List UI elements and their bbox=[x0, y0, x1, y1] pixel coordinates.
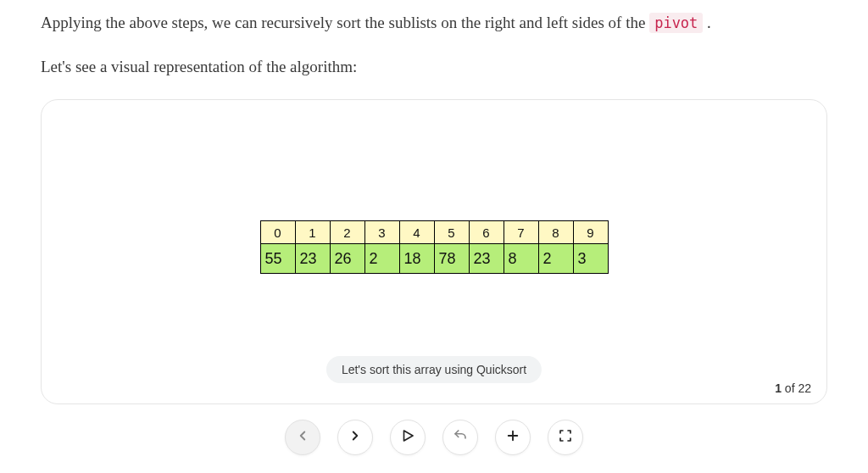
undo-icon bbox=[453, 428, 468, 446]
svg-marker-0 bbox=[404, 431, 414, 441]
page-indicator: 1 of 22 bbox=[775, 381, 811, 395]
page-of-label: of bbox=[782, 381, 798, 395]
array-table: 0 1 2 3 4 5 6 7 8 9 55 23 26 2 18 78 23 … bbox=[260, 220, 609, 274]
value-cell: 2 bbox=[538, 243, 574, 274]
chevron-left-icon bbox=[295, 428, 310, 446]
paragraph-text-pre: Applying the above steps, we can recursi… bbox=[41, 14, 649, 31]
chevron-right-icon bbox=[348, 428, 363, 446]
page-current: 1 bbox=[775, 381, 782, 395]
zoom-button[interactable] bbox=[495, 420, 531, 455]
plus-icon bbox=[505, 428, 520, 446]
paragraph-text-post: . bbox=[707, 14, 711, 31]
visualization-caption: Let's sort this array using Quicksort bbox=[326, 356, 542, 383]
value-cell: 78 bbox=[434, 243, 470, 274]
index-cell: 7 bbox=[504, 220, 539, 244]
value-cell: 55 bbox=[260, 243, 296, 274]
play-icon bbox=[400, 428, 415, 446]
fullscreen-button[interactable] bbox=[548, 420, 583, 455]
value-cell: 23 bbox=[469, 243, 504, 274]
index-cell: 4 bbox=[399, 220, 435, 244]
play-button[interactable] bbox=[390, 420, 426, 455]
index-cell: 5 bbox=[434, 220, 470, 244]
paragraph-recursive: Applying the above steps, we can recursi… bbox=[41, 10, 827, 36]
value-cell: 23 bbox=[295, 243, 331, 274]
index-cell: 1 bbox=[295, 220, 331, 244]
paragraph-visual-intro: Let's see a visual representation of the… bbox=[41, 54, 827, 80]
value-cell: 2 bbox=[364, 243, 400, 274]
index-cell: 2 bbox=[330, 220, 365, 244]
page-total: 22 bbox=[798, 381, 811, 395]
inline-code-pivot: pivot bbox=[649, 13, 703, 33]
index-cell: 0 bbox=[260, 220, 296, 244]
controls-row bbox=[41, 420, 827, 455]
index-cell: 3 bbox=[364, 220, 400, 244]
index-cell: 8 bbox=[538, 220, 574, 244]
visualization-panel: 0 1 2 3 4 5 6 7 8 9 55 23 26 2 18 78 23 … bbox=[41, 99, 827, 404]
value-cell: 18 bbox=[399, 243, 435, 274]
value-row: 55 23 26 2 18 78 23 8 2 3 bbox=[260, 244, 609, 274]
value-cell: 8 bbox=[504, 243, 539, 274]
index-cell: 9 bbox=[573, 220, 609, 244]
previous-button[interactable] bbox=[285, 420, 320, 455]
next-button[interactable] bbox=[337, 420, 373, 455]
index-row: 0 1 2 3 4 5 6 7 8 9 bbox=[260, 220, 609, 244]
fullscreen-icon bbox=[558, 428, 573, 446]
value-cell: 26 bbox=[330, 243, 365, 274]
reset-button[interactable] bbox=[442, 420, 478, 455]
index-cell: 6 bbox=[469, 220, 504, 244]
value-cell: 3 bbox=[573, 243, 609, 274]
